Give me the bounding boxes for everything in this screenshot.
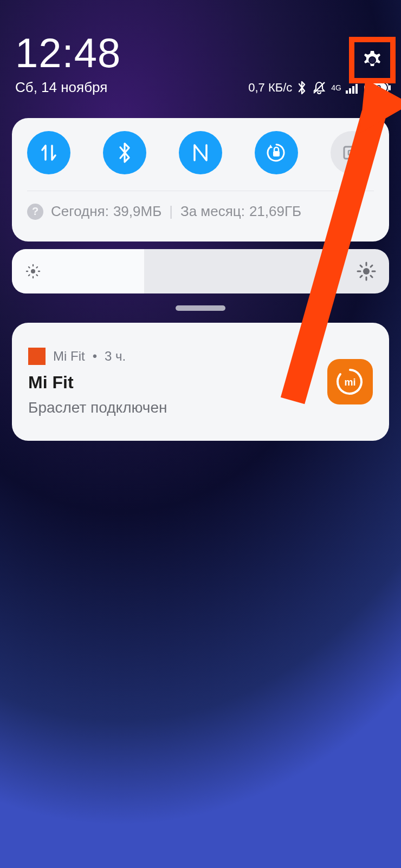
notification-app-small-icon <box>28 348 46 365</box>
svg-line-18 <box>29 267 30 268</box>
notification-time: 3 ч. <box>105 349 126 364</box>
network-type-label: 4G <box>331 84 341 92</box>
svg-line-30 <box>371 265 372 267</box>
notification-shade-header: 12:48 Сб, 14 ноября 0,7 КБ/с 4G 89 <box>15 32 391 103</box>
auto-lock-toggle[interactable] <box>255 131 298 174</box>
data-usage-row[interactable]: ? Сегодня: 39,9МБ | За месяц: 21,69ГБ <box>27 191 374 220</box>
dot-separator: • <box>93 349 97 364</box>
bluetooth-icon <box>118 142 132 164</box>
settings-button[interactable] <box>360 48 384 72</box>
brightness-low-icon <box>25 249 41 293</box>
svg-line-28 <box>371 276 372 277</box>
svg-line-29 <box>360 276 362 277</box>
nfc-icon <box>191 143 210 162</box>
svg-rect-8 <box>389 85 391 90</box>
screenshot-toggle[interactable] <box>331 131 374 174</box>
svg-point-9 <box>370 57 375 63</box>
gear-icon <box>361 49 383 71</box>
notification-body: Браслет подключен <box>28 399 327 416</box>
svg-text:mi: mi <box>344 377 355 388</box>
svg-rect-2 <box>349 88 351 94</box>
notification-app-name: Mi Fit <box>53 349 85 364</box>
svg-rect-1 <box>346 90 348 94</box>
svg-rect-12 <box>348 151 356 155</box>
nfc-toggle[interactable] <box>179 131 222 174</box>
mobile-data-toggle[interactable] <box>27 131 70 174</box>
svg-rect-10 <box>273 151 280 156</box>
battery-level: 89 <box>364 83 389 92</box>
svg-point-22 <box>363 268 370 275</box>
svg-point-13 <box>31 269 35 273</box>
brightness-slider[interactable] <box>12 249 389 293</box>
screenshot-icon <box>342 144 362 161</box>
data-today-label: Сегодня: <box>51 203 109 220</box>
svg-rect-4 <box>355 84 358 94</box>
mi-fit-icon: mi <box>335 367 365 397</box>
notification-large-icon: mi <box>327 359 373 404</box>
data-month-label: За месяц: <box>180 203 245 220</box>
svg-line-20 <box>29 275 30 276</box>
question-icon: ? <box>27 204 43 220</box>
svg-rect-3 <box>352 86 354 94</box>
settings-highlight <box>349 37 396 83</box>
notification-card[interactable]: Mi Fit • 3 ч. Mi Fit Браслет подключен m… <box>12 323 389 441</box>
svg-line-19 <box>37 275 38 276</box>
clock-time: 12:48 <box>15 32 121 74</box>
data-today-value: 39,9МБ <box>113 203 161 220</box>
svg-rect-11 <box>344 147 360 159</box>
svg-line-21 <box>37 267 38 268</box>
quick-toggle-row <box>27 131 374 174</box>
rotation-lock-icon <box>265 141 288 164</box>
network-speed: 0,7 КБ/с <box>248 81 292 95</box>
bluetooth-icon <box>296 80 307 95</box>
notification-title: Mi Fit <box>28 373 327 393</box>
data-month-value: 21,69ГБ <box>249 203 301 220</box>
mobile-data-icon <box>40 142 58 163</box>
dnd-icon <box>312 80 327 95</box>
svg-line-27 <box>360 265 362 267</box>
quick-settings-panel: ? Сегодня: 39,9МБ | За месяц: 21,69ГБ <box>12 118 389 242</box>
brightness-high-icon <box>357 249 376 293</box>
separator: | <box>169 203 173 220</box>
bluetooth-toggle[interactable] <box>103 131 146 174</box>
clock-date: Сб, 14 ноября <box>15 79 107 96</box>
shade-drag-handle[interactable] <box>176 305 225 311</box>
